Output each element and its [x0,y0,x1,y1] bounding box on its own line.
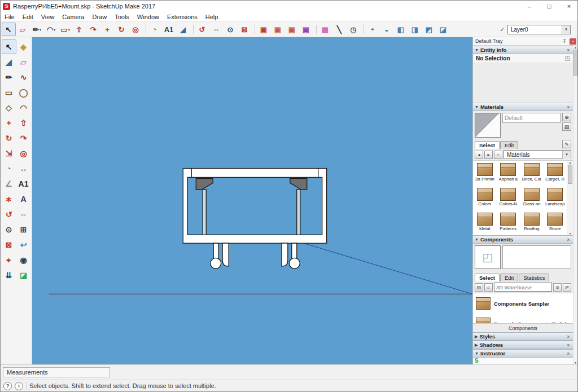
mount-bracket-model[interactable] [183,169,326,269]
scroll-up-icon[interactable]: ▲ [569,161,572,164]
arc-tool-button[interactable]: ◠ ▾ [44,23,58,36]
viewport-canvas[interactable] [32,37,472,364]
material-category[interactable]: Colors-N [497,186,520,210]
rectangle-tool[interactable]: ▭ [2,85,16,100]
menu-item[interactable]: Draw [88,13,111,21]
component-list-item[interactable]: Dynamic Components Traini... [473,314,573,323]
tray-close-button[interactable]: × [570,38,576,45]
select-tool[interactable]: ↖ [2,39,16,54]
collapse-arrow-icon[interactable]: ▼ [475,351,479,355]
close-button[interactable]: × [561,1,577,12]
material-category[interactable]: Patterns [497,210,520,235]
freehand-tool[interactable]: ∿ [16,70,31,85]
offset-tool-button[interactable]: ◎ [129,23,143,36]
collapse-arrow-icon[interactable]: ▼ [475,48,479,52]
section-header-instructor[interactable]: ▼ Instructor × [473,349,573,358]
view-iso-button[interactable]: ◓ [366,23,380,36]
get-models-button[interactable]: ▣ [257,23,271,36]
eraser-tool-button[interactable]: ▱ [16,23,30,36]
share-component-button[interactable]: ▣ [285,23,299,36]
follow-me-tool-button[interactable]: ↷ [86,23,100,36]
section-plane-tool[interactable]: ◪ [16,268,31,283]
component-list-item[interactable]: Components Sampler [473,293,573,314]
back-button[interactable]: ◂ [475,151,483,159]
minimize-button[interactable]: – [521,1,538,12]
text-tool-button[interactable]: A1 [162,23,176,36]
move-tool-button[interactable]: + [100,23,115,36]
dimension-tool[interactable]: ↔ [16,161,31,176]
tape-measure-tool[interactable]: ◔ [2,161,16,176]
section-close-icon[interactable]: × [566,47,571,53]
material-category[interactable]: Carpet, R [544,161,567,186]
text-tool[interactable]: A1 [16,177,31,191]
secondary-pane-button[interactable]: ▤ [562,122,571,131]
material-category[interactable]: Colors [473,186,497,210]
create-material-button[interactable]: ⊕ [562,113,571,121]
forward-button[interactable]: ▸ [484,151,493,159]
section-header-components[interactable]: ▼ Components × [473,235,573,244]
collapse-arrow-icon[interactable]: ▶ [475,343,478,347]
pan-tool[interactable]: ⇔ [16,207,31,222]
push-pull-tool[interactable]: ⇧ [16,116,31,130]
view-left-button[interactable]: ◪ [436,23,450,36]
materials-scrollbar[interactable]: ▲ ▼ [567,161,573,235]
menu-item[interactable]: Help [202,13,222,21]
scrollbar-thumb[interactable] [573,50,577,76]
section-header-styles[interactable]: ▶ Styles × [473,332,573,341]
scrollbar-thumb[interactable] [568,165,572,184]
view-back-button[interactable]: ◩ [422,23,436,36]
eraser-tool[interactable]: ▱ [16,55,31,69]
move-tool[interactable]: + [2,116,16,130]
info-icon[interactable]: i [15,382,23,390]
push-pull-tool-button[interactable]: ⇧ [72,23,86,36]
follow-me-tool[interactable]: ↷ [16,131,31,146]
section-header-entity-info[interactable]: ▼ Entity Info × [473,46,573,54]
components-tab[interactable]: Edit [500,274,518,281]
material-category[interactable]: Brick, Cla [520,161,544,186]
components-tab[interactable]: Statistics [519,274,549,281]
walk-tool[interactable]: ⇊ [2,268,16,283]
select-tool-button[interactable]: ↖ [2,23,16,36]
position-camera-tool[interactable]: ⌖ [2,253,16,267]
scroll-up-icon[interactable]: ▲ [574,46,577,49]
previous-view-tool[interactable]: ↩ [16,237,31,252]
home-button[interactable]: ⌂ [494,151,502,159]
material-category[interactable]: Asphalt a [497,161,520,186]
material-category[interactable]: Roofing [520,210,544,235]
arc-tool[interactable]: ◠ [16,100,31,115]
extension-warehouse-button[interactable]: ▣ [299,23,313,36]
orbit-tool-button[interactable]: ↺ [195,23,209,36]
zoom-tool[interactable]: ⊙ [2,222,16,237]
in-model-home-button[interactable]: ⌂ [484,283,493,292]
clock-button[interactable]: ◷ [347,23,361,36]
material-category[interactable]: 3d Printin [473,161,497,186]
section-header-materials[interactable]: ▼ Materials × [473,103,573,111]
view-options-button[interactable]: ▤ [475,283,483,292]
combo-arrow-icon[interactable]: ▾ [562,151,571,159]
menu-item[interactable]: Camera [58,13,88,21]
menu-item[interactable]: Tools [111,13,133,21]
tape-measure-button[interactable]: ◔ [148,23,162,36]
warehouse-search-input[interactable] [494,283,552,292]
rotate-tool[interactable]: ↻ [2,131,16,146]
scroll-down-icon[interactable]: ▼ [569,232,572,235]
protractor-tool[interactable]: ∠ [2,177,16,191]
menu-item[interactable]: File [1,13,19,21]
section-close-icon[interactable]: × [566,237,571,243]
material-swatch-button[interactable]: ▩ [318,23,332,36]
section-close-icon[interactable]: × [566,104,571,110]
help-icon[interactable]: ? [3,382,12,390]
zoom-extents-button[interactable]: ⊠ [238,23,252,36]
material-category[interactable]: Metal [473,210,497,235]
search-icon[interactable]: ⊙ [553,283,562,292]
share-model-button[interactable]: ▣ [271,23,285,36]
section-close-icon[interactable]: × [566,334,571,340]
view-top-button[interactable]: ◒ [380,23,394,36]
combo-arrow-icon[interactable]: ▾ [562,25,570,34]
section-close-icon[interactable]: × [566,342,571,348]
section-cut-button[interactable]: ╲ [332,23,347,36]
offset-tool[interactable]: ◎ [16,146,31,161]
material-category[interactable]: Glass an [520,186,544,210]
circle-tool[interactable]: ◯ [16,85,31,100]
look-around-tool[interactable]: ◉ [16,253,31,267]
